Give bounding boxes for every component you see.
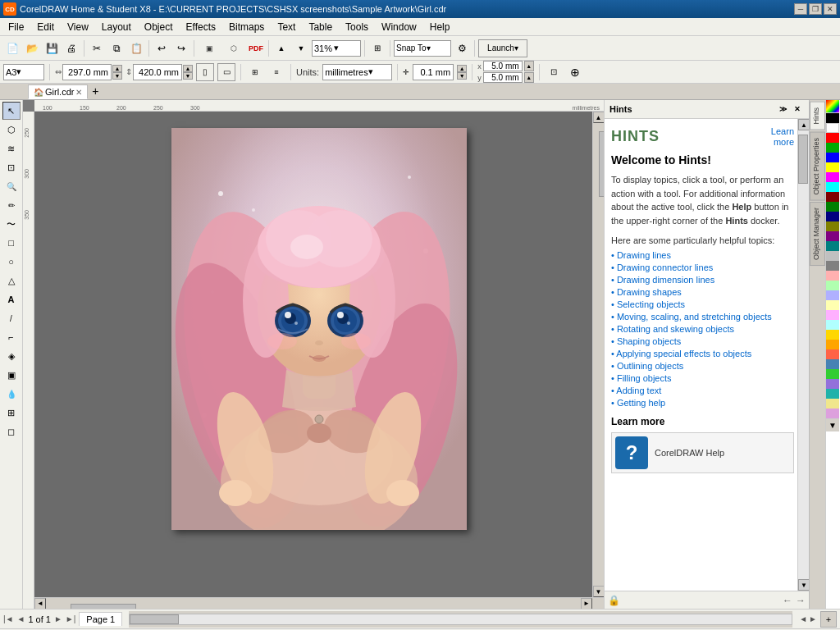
palette-magenta[interactable] [826, 172, 839, 182]
hints-link-8[interactable]: • Applying special effects to objects [611, 349, 794, 358]
nudge-down[interactable]: ▼ [457, 72, 467, 80]
menu-bitmaps[interactable]: Bitmaps [222, 20, 271, 34]
back-button[interactable]: ← [783, 595, 792, 606]
hints-link-0[interactable]: • Drawing lines [611, 250, 794, 260]
copy-button[interactable]: ⧉ [107, 39, 126, 57]
export-button[interactable]: ⬡ [222, 39, 245, 57]
hints-scroll-down[interactable]: ▼ [798, 579, 809, 591]
pdf-button[interactable]: PDF [247, 39, 265, 57]
palette-yellow[interactable] [826, 162, 839, 172]
menu-window[interactable]: Window [375, 20, 423, 34]
add-page-button[interactable]: ⊕ [566, 63, 584, 81]
menu-edit[interactable]: Edit [30, 20, 61, 34]
page-size-dropdown[interactable]: A3 ▾ [3, 64, 44, 80]
scroll-pages-left[interactable]: ◄ [799, 614, 807, 623]
hints-scroll-thumb[interactable] [798, 135, 808, 184]
palette-gray[interactable] [826, 261, 839, 271]
palette-darkred[interactable] [826, 192, 839, 202]
scroll-up-button[interactable]: ▲ [593, 112, 605, 123]
menu-help[interactable]: Help [423, 20, 457, 34]
palette-lightgreen[interactable] [826, 281, 839, 290]
tab-close-button[interactable]: ✕ [75, 88, 82, 97]
connector-tool[interactable]: ⌐ [2, 328, 21, 346]
smear-tool[interactable]: ≋ [2, 139, 21, 158]
palette-purple[interactable] [826, 231, 839, 241]
minimize-button[interactable]: ─ [794, 3, 807, 15]
undo-button[interactable]: ↩ [153, 39, 171, 57]
palette-lightcyan[interactable] [826, 320, 839, 330]
units-dropdown[interactable]: millimetres ▾ [322, 64, 392, 80]
palette-teal[interactable] [826, 241, 839, 251]
open-button[interactable]: 📂 [23, 39, 41, 57]
height-down[interactable]: ▼ [183, 72, 193, 80]
hints-close-button[interactable]: ✕ [791, 103, 804, 116]
full-screen-button[interactable]: ⊞ [368, 39, 386, 57]
scroll-right-button[interactable]: ► [581, 598, 592, 609]
select-tool[interactable]: ↖ [2, 102, 21, 120]
portrait-button[interactable]: ▯ [196, 63, 214, 81]
palette-olive[interactable] [826, 221, 839, 231]
zoom-tool[interactable]: 🔍 [2, 177, 21, 195]
y-coord-input[interactable] [483, 72, 523, 83]
hints-help-button[interactable]: ? CorelDRAW Help [611, 432, 794, 473]
page-format-button[interactable]: ≡ [267, 63, 285, 81]
smart-fill-tool[interactable]: ▣ [2, 366, 21, 384]
hints-link-10[interactable]: • Filling objects [611, 373, 794, 383]
page-tab-1[interactable]: Page 1 [79, 612, 122, 626]
ellipse-tool[interactable]: ○ [2, 253, 21, 271]
width-up[interactable]: ▲ [112, 65, 122, 72]
hints-tab[interactable]: Hints [810, 102, 825, 130]
palette-plum[interactable] [826, 409, 839, 418]
menu-effects[interactable]: Effects [180, 20, 222, 34]
menu-tools[interactable]: Tools [339, 20, 375, 34]
learn-more-top[interactable]: Learn more [771, 126, 794, 147]
x-coord-input[interactable] [483, 61, 523, 71]
palette-mediumpurple[interactable] [826, 379, 839, 389]
object-properties-tab[interactable]: Object Properties [810, 132, 825, 201]
paste-button[interactable]: 📋 [127, 39, 145, 57]
import-button[interactable]: ▣ [198, 39, 221, 57]
width-down[interactable]: ▼ [112, 72, 122, 80]
hints-link-3[interactable]: • Drawing shapes [611, 287, 794, 297]
document-tab[interactable]: 🏠 Girl.cdr ✕ [28, 84, 88, 99]
transform-button[interactable]: ⊡ [545, 63, 563, 81]
menu-text[interactable]: Text [271, 20, 302, 34]
hints-link-4[interactable]: • Selecting objects [611, 299, 794, 309]
page-options-button[interactable]: ⊞ [246, 63, 264, 81]
palette-khaki[interactable] [826, 399, 839, 409]
print-button[interactable]: 🖨 [62, 39, 80, 57]
palette-cyan[interactable] [826, 182, 839, 192]
palette-white[interactable] [826, 123, 839, 133]
prev-page-button[interactable]: ◄ [17, 614, 25, 623]
height-input[interactable] [133, 64, 182, 80]
palette-lightblue[interactable] [826, 290, 839, 300]
palette-gold[interactable] [826, 330, 839, 340]
text-tool[interactable]: A [2, 290, 21, 308]
palette-red[interactable] [826, 133, 839, 143]
palette-lightyellow[interactable] [826, 300, 839, 310]
crop-tool[interactable]: ⊡ [2, 158, 21, 176]
cut-button[interactable]: ✂ [88, 39, 106, 57]
dimension-tool[interactable]: / [2, 309, 21, 327]
palette-darkblue[interactable] [826, 212, 839, 221]
settings-button[interactable]: ⚙ [453, 39, 471, 57]
canvas-vertical-scrollbar[interactable]: ▲ ▼ [592, 112, 604, 597]
fill-tool[interactable]: ◈ [2, 347, 21, 365]
eyedropper-tool[interactable]: 💧 [2, 385, 21, 403]
window-controls[interactable]: ─ ❐ ✕ [794, 3, 837, 15]
redo-button[interactable]: ↪ [172, 39, 190, 57]
palette-lightseagreen[interactable] [826, 389, 839, 399]
height-spin[interactable]: ▲ ▼ [183, 65, 193, 80]
artistic-media-tool[interactable]: 〜 [2, 215, 21, 233]
y-up[interactable]: ▲ [524, 72, 534, 83]
width-input[interactable] [62, 64, 112, 80]
shape-edit-tool[interactable]: ⬡ [2, 121, 21, 139]
first-page-button[interactable]: |◄ [3, 614, 14, 623]
snap-to-dropdown[interactable]: Snap To ▾ [394, 40, 451, 57]
hints-link-1[interactable]: • Drawing connector lines [611, 262, 794, 272]
hints-link-7[interactable]: • Shaping objects [611, 336, 794, 346]
palette-lightpink[interactable] [826, 271, 839, 281]
zoom-out-button[interactable]: ▼ [292, 39, 310, 57]
hints-link-2[interactable]: • Drawing dimension lines [611, 275, 794, 285]
hints-link-11[interactable]: • Adding text [611, 386, 794, 395]
